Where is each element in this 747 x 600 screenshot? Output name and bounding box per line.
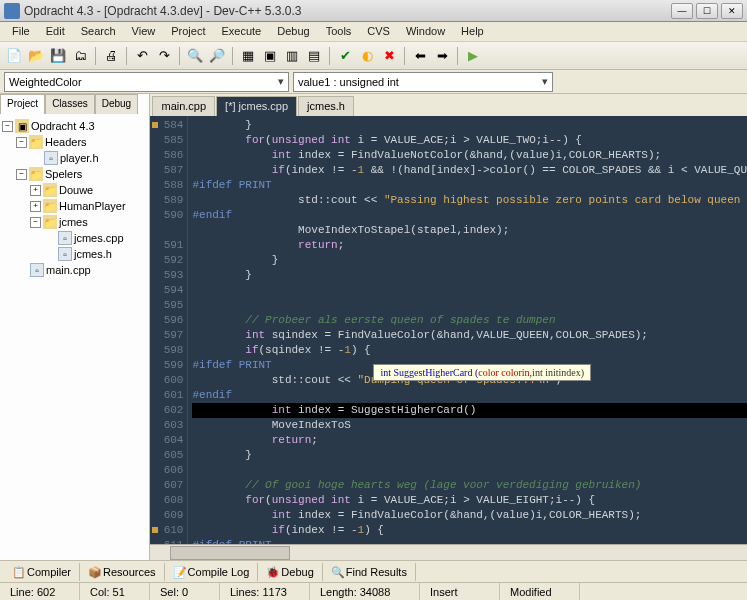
collapse-icon[interactable]: −: [2, 121, 13, 132]
stop-icon[interactable]: ✖: [379, 46, 399, 66]
tab-icon: 🐞: [266, 566, 278, 578]
bottom-tab-resources[interactable]: 📦Resources: [80, 563, 165, 581]
save-icon[interactable]: 💾: [48, 46, 68, 66]
print-icon[interactable]: 🖨: [101, 46, 121, 66]
expand-icon[interactable]: +: [30, 185, 41, 196]
chevron-down-icon: ▾: [278, 75, 284, 88]
menu-help[interactable]: Help: [453, 22, 492, 41]
menu-bar: FileEditSearchViewProjectExecuteDebugToo…: [0, 22, 747, 42]
window-title: Opdracht 4.3 - [Opdracht 4.3.dev] - Dev-…: [24, 4, 671, 18]
menu-tools[interactable]: Tools: [318, 22, 360, 41]
editor-tab[interactable]: jcmes.h: [298, 96, 354, 116]
status-length: Length: 34088: [310, 583, 420, 600]
status-col: Col: 51: [80, 583, 150, 600]
horizontal-scrollbar[interactable]: [150, 544, 747, 560]
status-insert: Insert: [420, 583, 500, 600]
run-icon[interactable]: ▣: [260, 46, 280, 66]
project-icon: ▣: [15, 119, 29, 133]
menu-window[interactable]: Window: [398, 22, 453, 41]
tab-icon: 📦: [88, 566, 100, 578]
status-bar: Line: 602 Col: 51 Sel: 0 Lines: 1173 Len…: [0, 582, 747, 600]
app-icon: [4, 3, 20, 19]
open-icon[interactable]: 📂: [26, 46, 46, 66]
tooltip-arg: color colorin: [478, 367, 529, 378]
collapse-icon[interactable]: −: [16, 169, 27, 180]
find-icon[interactable]: 🔍: [185, 46, 205, 66]
menu-project[interactable]: Project: [163, 22, 213, 41]
compilerun-icon[interactable]: ▥: [282, 46, 302, 66]
left-tab-debug[interactable]: Debug: [95, 94, 138, 114]
tree-douwe[interactable]: Douwe: [59, 184, 93, 196]
tab-icon: 🔍: [331, 566, 343, 578]
tree-root[interactable]: Opdracht 4.3: [31, 120, 95, 132]
editor-tab[interactable]: main.cpp: [152, 96, 215, 116]
menu-edit[interactable]: Edit: [38, 22, 73, 41]
member-dropdown[interactable]: value1 : unsigned int ▾: [293, 72, 553, 92]
tab-icon: 📋: [12, 566, 24, 578]
tooltip-prefix: int SuggestHigherCard (: [380, 367, 478, 378]
tree-spelers[interactable]: Spelers: [45, 168, 82, 180]
menu-cvs[interactable]: CVS: [359, 22, 398, 41]
folder-icon: 📁: [43, 215, 57, 229]
code-area[interactable]: } for(unsigned int i = VALUE_ACE;i > VAL…: [188, 116, 747, 544]
project-panel: ProjectClassesDebug −▣Opdracht 4.3 −📁Hea…: [0, 94, 150, 560]
status-sel: Sel: 0: [150, 583, 220, 600]
folder-icon: 📁: [29, 167, 43, 181]
folder-icon: 📁: [43, 199, 57, 213]
menu-debug[interactable]: Debug: [269, 22, 317, 41]
redo-icon[interactable]: ↷: [154, 46, 174, 66]
chevron-down-icon: ▾: [542, 75, 548, 88]
tree-human[interactable]: HumanPlayer: [59, 200, 126, 212]
class-browser-bar: WeightedColor ▾ value1 : unsigned int ▾: [0, 70, 747, 94]
tree-maincpp[interactable]: main.cpp: [46, 264, 91, 276]
maximize-button[interactable]: ☐: [696, 3, 718, 19]
undo-icon[interactable]: ↶: [132, 46, 152, 66]
collapse-icon[interactable]: −: [30, 217, 41, 228]
next-icon[interactable]: ➡: [432, 46, 452, 66]
close-button[interactable]: ✕: [721, 3, 743, 19]
folder-icon: 📁: [29, 135, 43, 149]
menu-execute[interactable]: Execute: [213, 22, 269, 41]
saveall-icon[interactable]: 🗂: [70, 46, 90, 66]
minimize-button[interactable]: —: [671, 3, 693, 19]
tooltip-rest: ,int initindex): [530, 367, 584, 378]
tree-playerh[interactable]: player.h: [60, 152, 99, 164]
rebuild-icon[interactable]: ▤: [304, 46, 324, 66]
status-lines: Lines: 1173: [220, 583, 310, 600]
debug-icon[interactable]: ✔: [335, 46, 355, 66]
replace-icon[interactable]: 🔎: [207, 46, 227, 66]
status-line: Line: 602: [0, 583, 80, 600]
class-dropdown[interactable]: WeightedColor ▾: [4, 72, 289, 92]
left-tab-project[interactable]: Project: [0, 94, 45, 114]
param-tooltip: int SuggestHigherCard (color colorin,int…: [373, 364, 591, 381]
scrollbar-thumb[interactable]: [170, 546, 290, 560]
new-icon[interactable]: 📄: [4, 46, 24, 66]
code-editor[interactable]: 5845855865875885895905915925935945955965…: [150, 116, 747, 544]
editor-tab[interactable]: [*] jcmes.cpp: [216, 96, 297, 116]
bottom-tab-find-results[interactable]: 🔍Find Results: [323, 563, 416, 581]
goto-icon[interactable]: ▶: [463, 46, 483, 66]
compile-icon[interactable]: ▦: [238, 46, 258, 66]
tree-jcmescpp[interactable]: jcmes.cpp: [74, 232, 124, 244]
collapse-icon[interactable]: −: [16, 137, 27, 148]
left-tab-classes[interactable]: Classes: [45, 94, 95, 114]
class-value: WeightedColor: [9, 76, 278, 88]
bottom-tab-debug[interactable]: 🐞Debug: [258, 563, 322, 581]
file-icon: ▫: [58, 231, 72, 245]
expand-icon[interactable]: +: [30, 201, 41, 212]
tree-jcmesh[interactable]: jcmes.h: [74, 248, 112, 260]
toolbar: 📄 📂 💾 🗂 🖨 ↶ ↷ 🔍 🔎 ▦ ▣ ▥ ▤ ✔ ◐ ✖ ⬅ ➡ ▶: [0, 42, 747, 70]
tree-jcmes[interactable]: jcmes: [59, 216, 88, 228]
menu-search[interactable]: Search: [73, 22, 124, 41]
project-tree[interactable]: −▣Opdracht 4.3 −📁Headers ▫player.h −📁Spe…: [0, 114, 149, 560]
tree-headers[interactable]: Headers: [45, 136, 87, 148]
bottom-tab-compile-log[interactable]: 📝Compile Log: [165, 563, 259, 581]
profile-icon[interactable]: ◐: [357, 46, 377, 66]
menu-file[interactable]: File: [4, 22, 38, 41]
file-icon: ▫: [30, 263, 44, 277]
prev-icon[interactable]: ⬅: [410, 46, 430, 66]
bottom-tab-compiler[interactable]: 📋Compiler: [4, 563, 80, 581]
menu-view[interactable]: View: [124, 22, 164, 41]
bottom-tabs: 📋Compiler📦Resources📝Compile Log🐞Debug🔍Fi…: [0, 560, 747, 582]
file-icon: ▫: [44, 151, 58, 165]
